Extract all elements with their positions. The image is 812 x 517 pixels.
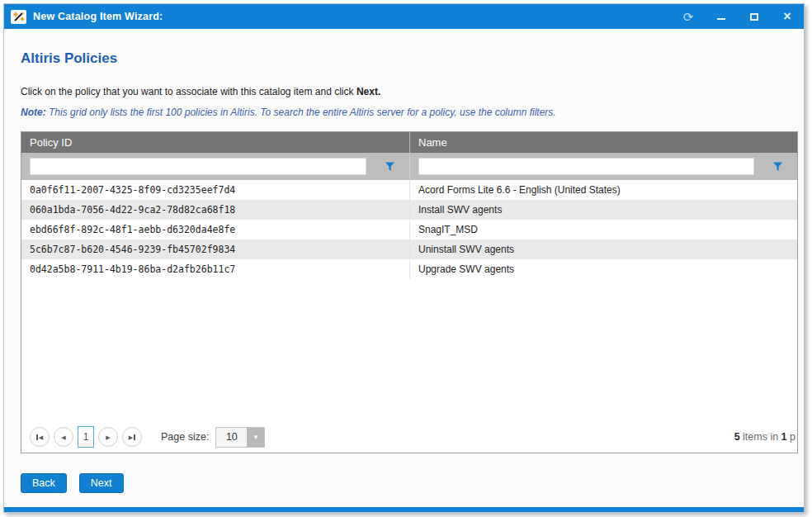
page-size-label: Page size: xyxy=(161,431,209,443)
table-row[interactable]: 060a1bda-7056-4d22-9ca2-78d82ca68f18 Ins… xyxy=(21,200,797,220)
policy-id-cell[interactable]: 0a0f6f11-2007-4325-8f09-cd3235eef7d4 xyxy=(21,180,409,200)
policy-id-filter-cell xyxy=(21,153,409,180)
refresh-button[interactable]: ⟳ xyxy=(682,10,695,23)
window-bottom-border xyxy=(4,507,804,512)
minimize-icon xyxy=(717,18,725,20)
maximize-icon xyxy=(750,13,758,21)
last-page-button[interactable]: ▶ xyxy=(122,427,142,447)
refresh-icon: ⟳ xyxy=(683,11,694,23)
grid-rows: 0a0f6f11-2007-4325-8f09-cd3235eef7d4 Aco… xyxy=(21,180,797,279)
instruction-text: Click on the policy that you want to ass… xyxy=(21,86,798,97)
policy-name-cell[interactable]: Install SWV agents xyxy=(409,200,797,220)
policy-id-cell[interactable]: 0d42a5b8-7911-4b19-86ba-d2afb26b11c7 xyxy=(21,259,409,279)
items-text: items in xyxy=(740,431,781,443)
policy-name-cell[interactable]: Acord Forms Lite 6.6 - English (United S… xyxy=(409,180,797,200)
filter-funnel-icon xyxy=(772,161,783,172)
items-count-status: 5 items in 1 p xyxy=(734,431,795,443)
table-row[interactable]: ebd66f8f-892c-48f1-aebb-d6320da4e8fe Sna… xyxy=(21,220,797,240)
policy-id-filter-input[interactable] xyxy=(30,158,366,175)
items-count: 5 xyxy=(734,431,740,443)
policy-name-cell[interactable]: Uninstall SWV agents xyxy=(409,240,797,259)
pager-bar: ◀ ◀ 1 ▶ ▶ Page size: 10 ▼ 5 items in 1 p xyxy=(21,421,797,453)
name-filter-button[interactable] xyxy=(769,158,786,175)
first-page-button[interactable]: ◀ xyxy=(30,427,50,447)
previous-page-button[interactable]: ◀ xyxy=(54,427,73,447)
close-button[interactable]: × xyxy=(781,10,794,23)
wizard-content: Altiris Policies Click on the policy tha… xyxy=(4,29,804,507)
pages-suffix: p xyxy=(787,431,795,443)
current-page-number[interactable]: 1 xyxy=(78,426,94,448)
pages-count: 1 xyxy=(781,431,787,443)
close-icon: × xyxy=(783,11,791,22)
maximize-button[interactable] xyxy=(748,10,761,23)
next-button[interactable]: Next xyxy=(79,473,124,493)
column-header-name[interactable]: Name xyxy=(409,132,797,153)
window-title: New Catalog Item Wizard: xyxy=(33,11,163,22)
instruction-prefix: Click on the policy that you want to ass… xyxy=(21,86,356,97)
next-page-button[interactable]: ▶ xyxy=(98,427,118,447)
last-page-icon: ▶ xyxy=(129,434,133,440)
next-page-icon: ▶ xyxy=(106,434,110,440)
previous-page-icon: ◀ xyxy=(61,434,65,440)
grid-header-row: Policy ID Name xyxy=(21,132,797,153)
column-header-policy-id[interactable]: Policy ID xyxy=(21,132,409,153)
table-row[interactable]: 0d42a5b8-7911-4b19-86ba-d2afb26b11c7 Upg… xyxy=(21,259,797,279)
policy-name-cell[interactable]: SnagIT_MSD xyxy=(409,220,797,240)
note-text: Note: This grid only lists the first 100… xyxy=(21,107,798,118)
table-row[interactable]: 5c6b7c87-b620-4546-9239-fb45702f9834 Uni… xyxy=(21,240,797,259)
policy-id-cell[interactable]: ebd66f8f-892c-48f1-aebb-d6320da4e8fe xyxy=(21,220,409,240)
instruction-next-emphasis: Next. xyxy=(356,86,380,97)
grid-empty-area xyxy=(21,279,797,421)
wizard-window: New Catalog Item Wizard: ⟳ × Altiris Pol… xyxy=(3,3,805,513)
filter-funnel-icon xyxy=(385,161,395,172)
note-body: This grid only lists the first 100 polic… xyxy=(46,107,556,118)
title-bar: New Catalog Item Wizard: ⟳ × xyxy=(4,4,804,29)
wizard-footer: Back Next xyxy=(21,473,798,493)
first-page-icon: ◀ xyxy=(39,434,43,440)
policy-id-filter-button[interactable] xyxy=(381,158,398,175)
name-filter-input[interactable] xyxy=(418,158,754,175)
page-title: Altiris Policies xyxy=(21,50,798,67)
table-row[interactable]: 0a0f6f11-2007-4325-8f09-cd3235eef7d4 Aco… xyxy=(21,180,797,200)
page-size-value: 10 xyxy=(216,428,247,447)
policies-grid: Policy ID Name xyxy=(21,131,798,453)
page-size-dropdown[interactable]: 10 ▼ xyxy=(215,427,265,448)
wizard-icon xyxy=(11,10,26,24)
back-button[interactable]: Back xyxy=(21,473,67,493)
window-controls: ⟳ × xyxy=(682,10,794,23)
policy-name-cell[interactable]: Upgrade SWV agents xyxy=(409,259,797,279)
policy-id-cell[interactable]: 5c6b7c87-b620-4546-9239-fb45702f9834 xyxy=(21,240,409,259)
chevron-down-icon: ▼ xyxy=(247,428,264,447)
policy-id-cell[interactable]: 060a1bda-7056-4d22-9ca2-78d82ca68f18 xyxy=(21,200,409,220)
note-label: Note: xyxy=(21,107,46,118)
grid-filter-row xyxy=(21,153,797,180)
minimize-button[interactable] xyxy=(715,10,728,23)
name-filter-cell xyxy=(409,153,797,180)
